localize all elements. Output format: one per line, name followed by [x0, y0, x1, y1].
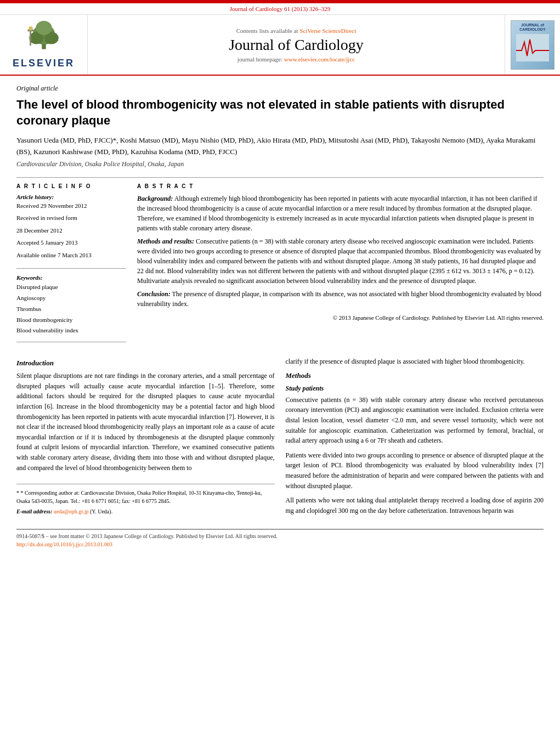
article-history-section: A R T I C L E I N F O Article history: R…: [16, 183, 126, 269]
body-right-column: clarify if the presence of disrupted pla…: [286, 357, 544, 520]
journal-reference: Journal of Cardiology 61 (2013) 326–329: [0, 3, 560, 15]
keywords-label: Keywords:: [16, 274, 126, 281]
background-text: Although extremely high blood thrombogen…: [137, 195, 538, 232]
abstract-text: Background: Although extremely high bloo…: [137, 194, 544, 323]
abstract-methods: Methods and results: Consecutive patient…: [137, 236, 544, 286]
svg-point-4: [36, 21, 52, 35]
article-info-column: A R T I C L E I N F O Article history: R…: [16, 183, 126, 348]
received-date: Received 29 November 2012: [16, 201, 126, 211]
svg-rect-5: [30, 30, 31, 46]
email-link[interactable]: ueda@oph.gr.jp: [54, 508, 89, 514]
keyword-2: Angioscopy: [16, 293, 126, 304]
received-revised-label: Received in revised form: [16, 213, 126, 223]
journal-info-center: Contents lists available at SciVerse Sci…: [88, 15, 505, 75]
keyword-1: Disrupted plaque: [16, 282, 126, 293]
corresponding-author: * * Corresponding author at: Cardiovascu…: [16, 489, 275, 505]
study-patients-para1: Consecutive patients (n = 38) with stabl…: [286, 395, 544, 446]
study-patients-para3: All patients who were not taking dual an…: [286, 495, 544, 516]
page-footer: 0914-5087/$ – see front matter © 2013 Ja…: [16, 529, 544, 548]
available-date: Available online 7 March 2013: [16, 251, 126, 260]
elsevier-name: ELSEVIER: [13, 58, 75, 69]
methods-text: Consecutive patients (n = 38) with stabl…: [137, 237, 541, 285]
article-title: The level of blood thrombogenicity was n…: [16, 97, 544, 128]
sciverse-text: Contents lists available at SciVerse Sci…: [236, 27, 356, 34]
elsevier-tree-icon: [22, 20, 66, 53]
introduction-continuation: clarify if the presence of disrupted pla…: [286, 357, 544, 367]
email-suffix: (Y. Ueda).: [90, 508, 112, 514]
homepage-link[interactable]: www.elsevier.com/locate/jjcc: [284, 56, 355, 63]
abstract-background: Background: Although extremely high bloo…: [137, 194, 544, 233]
article-info-heading: A R T I C L E I N F O: [16, 183, 126, 189]
email-label: E-mail address:: [16, 508, 52, 514]
svg-rect-8: [516, 34, 549, 61]
footer-doi: http://dx.doi.org/10.1016/j.jjcc.2013.01…: [16, 540, 544, 548]
corresponding-label: * Corresponding author at:: [21, 490, 80, 496]
journal-cover-thumbnail: JOURNAL of CARDIOLOGY: [511, 20, 555, 70]
accepted-date: Accepted 5 January 2013: [16, 238, 126, 247]
abstract-heading: A B S T R A C T: [137, 183, 544, 189]
footnotes: * * Corresponding author at: Cardiovascu…: [16, 484, 275, 516]
footer-issn: 0914-5087/$ – see front matter © 2013 Ja…: [16, 532, 544, 540]
cover-title: JOURNAL of CARDIOLOGY: [513, 23, 552, 32]
page-header: ELSEVIER Contents lists available at Sci…: [0, 15, 560, 76]
copyright-line: © 2013 Japanese College of Cardiology. P…: [137, 313, 544, 323]
keyword-5: Blood vulnerability index: [16, 325, 126, 336]
introduction-para1: Silent plaque disruptions are not rare f…: [16, 371, 275, 473]
methods-label: Methods and results:: [137, 237, 194, 245]
journal-cover-area: JOURNAL of CARDIOLOGY: [505, 15, 560, 75]
journal-title: Journal of Cardiology: [229, 36, 364, 54]
body-content: Introduction Silent plaque disruptions a…: [16, 357, 544, 520]
keyword-3: Thrombus: [16, 304, 126, 315]
conclusion-label: Conclusion:: [137, 290, 171, 298]
keyword-4: Blood thrombogenicity: [16, 315, 126, 326]
doi-link[interactable]: http://dx.doi.org/10.1016/j.jjcc.2013.01…: [16, 541, 112, 547]
authors: Yasunori Ueda (MD, PhD, FJCC)*, Koshi Ma…: [16, 135, 544, 158]
cover-chart-icon: [516, 34, 549, 61]
elsevier-logo-area: ELSEVIER: [0, 15, 88, 75]
body-left-column: Introduction Silent plaque disruptions a…: [16, 357, 275, 520]
footnote-star: *: [16, 490, 21, 496]
article-type: Original article: [16, 84, 544, 93]
elsevier-logo: ELSEVIER: [13, 20, 75, 69]
cover-image: [516, 34, 549, 61]
sciverse-link[interactable]: SciVerse ScienceDirect: [299, 27, 356, 34]
history-label: Article history:: [16, 194, 126, 200]
study-patients-para2: Patients were divided into two groups ac…: [286, 450, 544, 491]
abstract-column: A B S T R A C T Background: Although ext…: [137, 183, 544, 348]
homepage-text: journal homepage: www.elsevier.com/locat…: [237, 56, 355, 63]
conclusion-text: The presence of disrupted plaque, in com…: [137, 290, 541, 308]
main-content: Original article The level of blood thro…: [0, 76, 560, 557]
background-label: Background:: [137, 195, 173, 202]
affiliation: Cardiovascular Division, Osaka Police Ho…: [16, 160, 544, 168]
received-revised-date: 28 December 2012: [16, 226, 126, 235]
svg-point-7: [29, 26, 32, 30]
study-patients-title: Study patients: [286, 384, 544, 393]
methods-title: Methods: [286, 371, 544, 380]
abstract-conclusion: Conclusion: The presence of disrupted pl…: [137, 289, 544, 309]
keywords-section: Keywords: Disrupted plaque Angioscopy Th…: [16, 274, 126, 342]
introduction-title: Introduction: [16, 359, 275, 367]
article-info-abstract: A R T I C L E I N F O Article history: R…: [16, 177, 544, 348]
email-line: E-mail address: ueda@oph.gr.jp (Y. Ueda)…: [16, 507, 275, 516]
keywords-list: Disrupted plaque Angioscopy Thrombus Blo…: [16, 282, 126, 336]
